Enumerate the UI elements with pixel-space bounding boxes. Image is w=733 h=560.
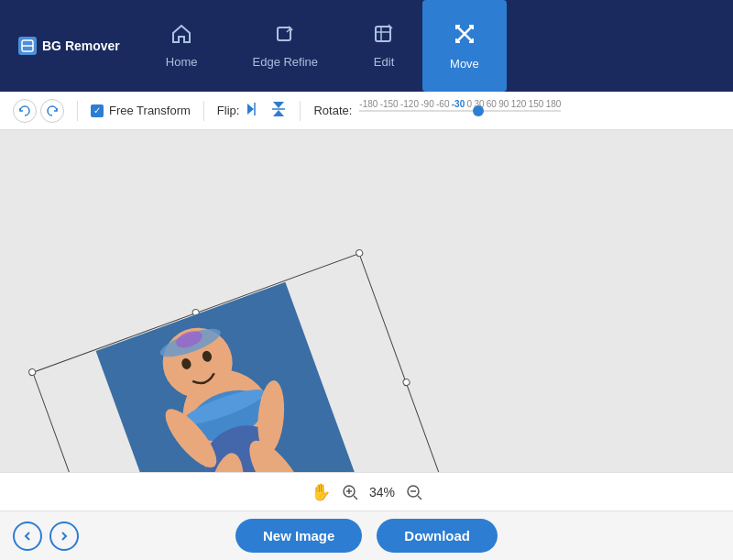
footer-nav xyxy=(13,522,79,551)
app-logo: BG Remover xyxy=(9,37,129,55)
toolbar-divider2 xyxy=(203,101,204,121)
app-title: BG Remover xyxy=(42,38,120,53)
app-logo-icon xyxy=(18,37,37,55)
edit-icon xyxy=(373,24,395,49)
tab-edit-label: Edit xyxy=(374,55,394,69)
new-image-button[interactable]: New Image xyxy=(235,519,362,553)
free-transform-toggle[interactable]: ✓ Free Transform xyxy=(91,104,191,117)
sub-toolbar: ✓ Free Transform Flip: Rotate: xyxy=(0,92,733,130)
tab-home-label: Home xyxy=(166,55,198,69)
toolbar-divider3 xyxy=(300,101,301,121)
canvas-area[interactable] xyxy=(0,130,733,472)
zoom-out-button[interactable] xyxy=(406,484,422,500)
zoom-bar: ✋ 34% xyxy=(0,472,733,511)
tab-move[interactable]: Move xyxy=(422,0,507,92)
hand-cursor-icon: ✋ xyxy=(311,482,331,502)
rotate-thumb xyxy=(473,105,484,116)
flip-horizontal-button[interactable] xyxy=(246,101,263,121)
rotate-label: Rotate: xyxy=(313,104,352,117)
svg-marker-8 xyxy=(247,104,254,115)
prev-button[interactable] xyxy=(13,522,42,551)
svg-line-34 xyxy=(418,496,421,500)
undo-button[interactable] xyxy=(13,99,37,123)
rotate-track xyxy=(359,110,561,112)
tab-edit[interactable]: Edit xyxy=(345,0,422,92)
move-icon xyxy=(453,22,476,51)
next-button[interactable] xyxy=(49,522,79,551)
tab-home[interactable]: Home xyxy=(138,0,225,92)
svg-marker-10 xyxy=(273,102,284,108)
flip-vertical-button[interactable] xyxy=(270,101,287,121)
zoom-in-button[interactable] xyxy=(342,484,358,500)
rotate-labels: -180 -150 -120 -90 -60 -30 0 30 60 90 12… xyxy=(359,99,561,109)
tab-move-label: Move xyxy=(450,57,479,71)
svg-marker-12 xyxy=(273,110,284,116)
tab-edge-refine[interactable]: Edge Refine xyxy=(225,0,346,92)
header: BG Remover Home Edge Refine xyxy=(0,0,733,92)
zoom-level: 34% xyxy=(369,485,395,500)
svg-line-31 xyxy=(354,496,357,500)
undo-redo xyxy=(13,99,64,123)
main-content: ✓ Free Transform Flip: Rotate: xyxy=(0,92,733,560)
edge-refine-icon xyxy=(274,24,296,49)
footer: New Image Download xyxy=(0,511,733,560)
flip-label: Flip: xyxy=(217,104,240,117)
free-transform-checkbox[interactable]: ✓ xyxy=(91,104,104,117)
toolbar-divider xyxy=(77,101,78,121)
svg-rect-3 xyxy=(376,27,390,41)
rotate-section: Rotate: -180 -150 -120 -90 -60 -30 0 30 … xyxy=(313,101,561,121)
rotate-slider[interactable]: -180 -150 -120 -90 -60 -30 0 30 60 90 12… xyxy=(359,101,561,121)
download-button[interactable]: Download xyxy=(377,519,498,553)
tab-edge-refine-label: Edge Refine xyxy=(253,55,319,69)
flip-section: Flip: xyxy=(217,101,288,121)
free-transform-label: Free Transform xyxy=(109,104,191,117)
nav-tabs: Home Edge Refine Edit xyxy=(138,0,507,92)
redo-button[interactable] xyxy=(40,99,64,123)
home-icon xyxy=(170,24,192,49)
